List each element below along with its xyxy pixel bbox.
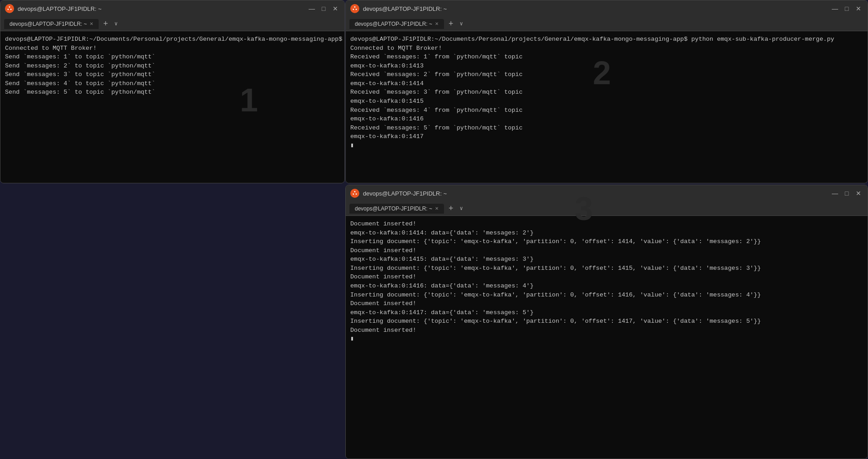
terminal-body-2: devops@LAPTOP-JF1PIDLR:~/Documents/Perso… [346, 31, 868, 183]
terminal-window-1[interactable]: devops@LAPTOP-JF1PIDLR: ~ — □ ✕ devops@L… [0, 0, 345, 183]
maximize-btn-2[interactable]: □ [842, 4, 851, 13]
close-btn-3[interactable]: ✕ [854, 189, 863, 198]
ubuntu-icon-1 [5, 4, 14, 13]
close-btn-2[interactable]: ✕ [854, 4, 863, 13]
ubuntu-icon-3 [350, 189, 359, 198]
titlebar-title-2: devops@LAPTOP-JF1PIDLR: ~ [363, 5, 827, 12]
maximize-btn-3[interactable]: □ [842, 189, 851, 198]
tab-close-icon-2[interactable]: ✕ [435, 21, 439, 26]
svg-point-7 [353, 9, 354, 10]
tab-label-1: devops@LAPTOP-JF1PIDLR: ~ [10, 21, 87, 27]
tab-item-1[interactable]: devops@LAPTOP-JF1PIDLR: ~ ✕ [4, 19, 99, 29]
titlebar-controls-1: — □ ✕ [307, 4, 340, 13]
titlebar-3: devops@LAPTOP-JF1PIDLR: ~ — □ ✕ [346, 185, 868, 201]
tab-item-2[interactable]: devops@LAPTOP-JF1PIDLR: ~ ✕ [349, 19, 444, 29]
tab-chevron-1[interactable]: ∨ [113, 20, 119, 27]
svg-point-9 [354, 191, 356, 192]
maximize-btn-1[interactable]: □ [319, 4, 328, 13]
titlebar-controls-2: — □ ✕ [830, 4, 863, 13]
svg-point-10 [356, 193, 357, 195]
titlebar-2: devops@LAPTOP-JF1PIDLR: ~ — □ ✕ [346, 0, 868, 17]
tab-close-icon-1[interactable]: ✕ [90, 21, 93, 26]
tab-bar-1: devops@LAPTOP-JF1PIDLR: ~ ✕ + ∨ [0, 17, 344, 31]
tab-label-2: devops@LAPTOP-JF1PIDLR: ~ [355, 21, 432, 27]
ubuntu-icon-2 [350, 4, 359, 13]
terminal-body-3: Document inserted! emqx-to-kafka:0:1414:… [346, 216, 868, 459]
titlebar-title-3: devops@LAPTOP-JF1PIDLR: ~ [363, 190, 827, 197]
terminal-window-2[interactable]: devops@LAPTOP-JF1PIDLR: ~ — □ ✕ devops@L… [345, 0, 868, 183]
svg-point-5 [354, 6, 356, 8]
tab-add-btn-2[interactable]: + [446, 19, 456, 29]
terminal-body-1: devops@LAPTOP-JF1PIDLR:~/Documents/Perso… [0, 31, 344, 183]
tab-close-icon-3[interactable]: ✕ [435, 206, 439, 211]
tab-bar-3: devops@LAPTOP-JF1PIDLR: ~ ✕ + ∨ [346, 201, 868, 216]
tab-label-3: devops@LAPTOP-JF1PIDLR: ~ [355, 206, 432, 212]
tab-chevron-3[interactable]: ∨ [458, 205, 465, 212]
tab-add-btn-1[interactable]: + [100, 19, 111, 29]
tab-bar-2: devops@LAPTOP-JF1PIDLR: ~ ✕ + ∨ [346, 17, 868, 31]
svg-point-6 [356, 9, 357, 10]
minimize-btn-1[interactable]: — [307, 4, 316, 13]
svg-point-3 [7, 9, 9, 10]
titlebar-title-1: devops@LAPTOP-JF1PIDLR: ~ [18, 5, 304, 12]
tab-add-btn-3[interactable]: + [446, 204, 456, 213]
tab-chevron-2[interactable]: ∨ [458, 20, 465, 27]
close-btn-1[interactable]: ✕ [331, 4, 340, 13]
svg-point-2 [10, 9, 12, 10]
terminal-window-3[interactable]: devops@LAPTOP-JF1PIDLR: ~ — □ ✕ devops@L… [345, 185, 868, 459]
minimize-btn-3[interactable]: — [830, 189, 839, 198]
minimize-btn-2[interactable]: — [830, 4, 839, 13]
titlebar-1: devops@LAPTOP-JF1PIDLR: ~ — □ ✕ [0, 0, 344, 17]
svg-point-11 [353, 193, 354, 195]
titlebar-controls-3: — □ ✕ [830, 189, 863, 198]
tab-item-3[interactable]: devops@LAPTOP-JF1PIDLR: ~ ✕ [349, 204, 444, 214]
svg-point-1 [9, 6, 10, 8]
